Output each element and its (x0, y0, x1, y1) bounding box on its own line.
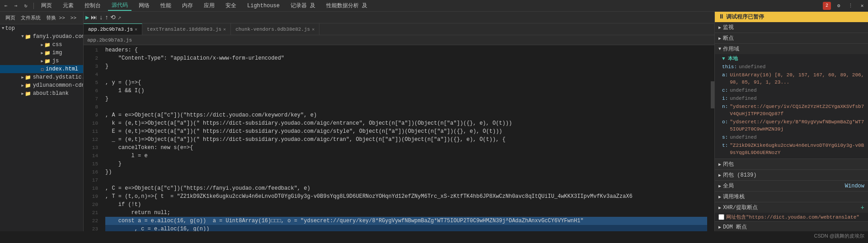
xhr-add-btn[interactable]: + (861, 204, 864, 211)
tree-item-img[interactable]: ▶📁img (0, 49, 83, 57)
step-into-btn[interactable]: ↓ (99, 14, 103, 21)
section-label: 断点 (723, 34, 734, 42)
tree-item-shared-ydstatic-com[interactable]: ▶📁shared.ydstatic.com (0, 73, 83, 81)
menu-application[interactable]: 应用 (200, 1, 218, 10)
close-icon[interactable]: ✕ (858, 2, 866, 10)
tab-app-close[interactable]: ✕ (135, 27, 137, 32)
code-line: , c = e.alloc(16, g(n)) (105, 225, 707, 231)
debug-status-header: ⏸ 调试程序已暂停 (715, 12, 868, 22)
tree-item-ydlunacommon-cdn-nosdn-127-n[interactable]: ▶📁ydlunacommon-cdn.nosdn.127.n (0, 81, 83, 89)
xhr-url-filter: 网址包含"https://dict.youdao.com/webtranslat… (715, 213, 868, 221)
debug-var-row: this:undefined (722, 63, 864, 71)
tree-item-fanyi-youdao-com[interactable]: ▼📁fanyi.youdao.com (0, 33, 83, 41)
deactivate-btn[interactable]: ↗ (117, 14, 121, 21)
debug-section-header[interactable]: ▶闭包 (8139) (715, 170, 868, 180)
menu-elements[interactable]: 元素 (59, 1, 77, 10)
tab-webpage[interactable]: 网页 (4, 14, 17, 22)
code-line (105, 176, 707, 184)
code-line: 1 && I() (105, 87, 707, 95)
settings-icon[interactable]: ⚙ (835, 2, 843, 10)
dom-label: DOM 断点 (723, 223, 747, 231)
step-out-btn[interactable]: ↑ (105, 14, 108, 21)
menu-security[interactable]: 安全 (222, 1, 240, 10)
var-value: "Z21kD9ZK1ke6ugku2ccWu4n6eLnvoDT0YgGi0y3… (730, 142, 864, 156)
file-tree-container: ▼top ▼📁fanyi.youdao.com ▶📁css ▶📁img ▶📁js… (0, 24, 83, 98)
debug-sections-container: ▶监视▶断点▼作用域▼ 本地this:undefineda:Uint8Array… (715, 22, 868, 231)
section-label: 监视 (723, 23, 734, 31)
tab-app-label: app.2bc9b7a3.js (88, 27, 133, 32)
tab-more[interactable]: >> (69, 14, 78, 22)
debug-var-row: n:"ydsecret://query/iv/CQ1Ze2YzHtZ2CYgaX… (722, 103, 864, 118)
debug-section-header[interactable]: ▶断点 (715, 33, 868, 43)
debug-section-header[interactable]: ▶闭包 (715, 159, 868, 169)
code-line: k = (e,t)=>Object(a["a"])(" https://dict… (105, 119, 707, 127)
folder-icon: 📁 (44, 58, 51, 64)
tab-chunk-vendors[interactable]: chunk-vendors.0db38e82.js ✕ (231, 23, 319, 35)
menu-webpage[interactable]: 网页 (38, 1, 56, 10)
triangle-icon: ▶ (21, 75, 23, 80)
menu-perf-insights[interactable]: 性能数据分析 及 (323, 1, 371, 10)
back-icon[interactable]: ⇐ (2, 2, 10, 10)
step-over-btn[interactable]: ⏭ (91, 14, 97, 21)
tab-text-translate[interactable]: textTranslate.18dd09e3.js ✕ (142, 23, 231, 35)
code-line: "Content-Type": "application/x-www-form-… (105, 54, 707, 62)
tree-item-label: index.html (46, 66, 78, 72)
menu-lighthouse[interactable]: Lighthouse (244, 2, 283, 10)
debug-section-header[interactable]: ▶全局Window (715, 181, 868, 191)
forward-icon[interactable]: ⇒ (12, 2, 20, 10)
menu-network[interactable]: 网络 (135, 1, 153, 10)
debug-nav-toolbar: ▶ ⏭ ↓ ↑ ⟲ ↗ (84, 12, 714, 23)
tree-item-js[interactable]: ▶📁js (0, 57, 83, 65)
debug-section-header[interactable]: ▶调用堆栈 (715, 192, 868, 202)
menu-performance[interactable]: 性能 (157, 1, 175, 10)
tree-item-label: js (52, 58, 59, 64)
xhr-checkbox[interactable] (718, 214, 724, 220)
tree-item-label: fanyi.youdao.com (33, 33, 84, 40)
tree-item-about-blank[interactable]: ▶📁about:blank (0, 89, 83, 98)
code-line: const a = e.alloc(16, g(o)) a = Uint8Arr… (105, 217, 707, 225)
tree-item-label: ydlunacommon-cdn.nosdn.127.n (33, 82, 84, 89)
debug-section---: ▶监视 (715, 22, 868, 33)
xhr-section-header[interactable]: ▶XHR/提取断点+ (715, 202, 868, 213)
resume-btn[interactable]: ▶ (85, 14, 89, 21)
folder-icon: 📁 (25, 91, 31, 97)
section-arrow: ▶ (718, 36, 721, 41)
debug-var-row: c:undefined (722, 86, 864, 94)
tree-item-top[interactable]: ▼top (0, 24, 83, 33)
tab-text-close[interactable]: ✕ (223, 27, 226, 32)
tabs-bar: app.2bc9b7a3.js ✕ textTranslate.18dd09e3… (84, 23, 714, 35)
mini-scrollbar[interactable] (711, 45, 714, 231)
triangle-icon: ▶ (41, 42, 43, 47)
tree-item-label: shared.ydstatic.com (33, 74, 84, 80)
tree-item-css[interactable]: ▶📁css (0, 41, 83, 49)
tree-item-index-html[interactable]: ◻index.html (0, 65, 83, 73)
code-editor: 1234567891011121314151617181920212223242… (84, 45, 714, 231)
debug-section---: ▶断点 (715, 33, 868, 44)
debug-section-header[interactable]: ▶监视 (715, 22, 868, 33)
tab-replace[interactable]: 替换 >> (44, 14, 67, 22)
menu-console[interactable]: 控制台 (81, 1, 104, 10)
menu-memory[interactable]: 内存 (178, 1, 197, 10)
menu-sources[interactable]: 源代码 (108, 0, 131, 11)
refresh-icon[interactable]: ↻ (22, 2, 30, 10)
tab-chunk-close[interactable]: ✕ (312, 27, 314, 32)
tab-app-js[interactable]: app.2bc9b7a3.js ✕ (84, 23, 142, 35)
code-content[interactable]: headers: { "Content-Type": "application/… (102, 45, 711, 231)
code-line: if (!t) (105, 201, 707, 209)
debug-section-header[interactable]: ▼作用域 (715, 44, 868, 54)
var-value: undefined (730, 95, 864, 102)
triangle-icon: ▶ (21, 91, 23, 96)
var-name: i: (722, 95, 728, 102)
step-btn[interactable]: ⟲ (110, 14, 116, 21)
debug-var-row: i:undefined (722, 94, 864, 103)
tab-text-label: textTranslate.18dd09e3.js (147, 27, 221, 32)
menu-recorder[interactable]: 记录器 及 (287, 1, 319, 10)
debug-controls: ▶ ⏭ ↓ ↑ ⟲ ↗ (85, 14, 122, 21)
code-line (105, 103, 707, 111)
tab-filesystem[interactable]: 文件系统 (19, 14, 42, 22)
badge-icon: 2 (823, 2, 831, 10)
var-name: n: (722, 103, 728, 110)
dom-section-header[interactable]: ▶DOM 断点 (715, 222, 868, 231)
more-icon[interactable]: ⋮ (846, 2, 854, 10)
triangle-icon: ▶ (41, 51, 43, 56)
